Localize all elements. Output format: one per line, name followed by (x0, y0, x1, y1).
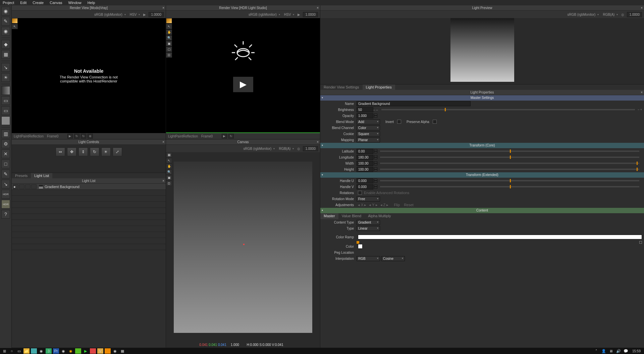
tool-help-icon[interactable]: ? (1, 210, 10, 219)
width-field[interactable]: 100.00 (357, 161, 373, 166)
tool-panel1-icon[interactable]: ▭ (1, 96, 10, 105)
app1-icon[interactable] (31, 348, 37, 354)
tool-bucket-icon[interactable]: ◆ (1, 40, 10, 49)
viewtool-crop-icon[interactable]: ⊡ (166, 52, 172, 58)
handlev-field[interactable]: 0.000 (357, 184, 373, 189)
colorramp-widget[interactable] (358, 235, 642, 239)
tool-close-icon[interactable]: ✕ (1, 150, 10, 158)
name-field[interactable]: Gradient Background (357, 101, 471, 106)
tool-picker-icon[interactable]: ↘ (1, 63, 10, 72)
frame-field[interactable]: 0 (211, 134, 221, 138)
menu-edit[interactable]: Edit (20, 1, 26, 5)
type-dropdown[interactable]: Linear (357, 226, 380, 231)
tool-square-icon[interactable]: □ (1, 160, 10, 168)
ll-vis-icon[interactable]: ● (13, 184, 18, 189)
app3-icon[interactable]: Pr (53, 348, 59, 354)
latitude-field[interactable]: 0.00 (357, 149, 373, 154)
close-icon[interactable]: × (162, 139, 164, 145)
spin-down[interactable] (374, 116, 377, 118)
mode-dropdown[interactable]: HSV (284, 13, 294, 16)
tool-sphere-icon[interactable]: ◉ (1, 7, 10, 15)
tab-content-master[interactable]: Master (320, 213, 338, 219)
refresh2-icon[interactable]: ↻ (81, 134, 86, 138)
close-icon[interactable]: × (641, 5, 643, 11)
app7-icon[interactable]: ▶ (83, 348, 89, 354)
play-icon[interactable]: ▶ (298, 13, 300, 16)
tray-up-icon[interactable]: ˄ (593, 348, 599, 354)
interp1-dropdown[interactable]: RGB (357, 256, 380, 261)
tray-monitor-icon[interactable]: 🖥 (608, 348, 614, 354)
tool-gear-icon[interactable]: ⚙ (1, 139, 10, 148)
brightness-field[interactable]: 50 (357, 107, 373, 112)
colorspace-dropdown[interactable]: sRGB (rgbMonitor) (568, 13, 599, 16)
exposure-field[interactable]: 1.0000 (627, 12, 642, 17)
reflection-dropdown[interactable]: Reflection (183, 134, 198, 138)
tab-value-blend[interactable]: Value Blend (338, 213, 365, 219)
tool-checker-icon[interactable]: ▦ (1, 50, 10, 59)
menu-help[interactable]: Help (88, 1, 95, 5)
ctool-grid-icon[interactable]: ▦ (166, 152, 172, 158)
viewtool-100-icon[interactable]: ▢ (166, 47, 172, 52)
height-slider[interactable] (380, 169, 639, 170)
viewtool-icon[interactable] (166, 18, 172, 23)
section-master-settings[interactable]: Master Settings (320, 95, 644, 101)
lc-move1-icon[interactable]: ⇔ (56, 148, 65, 156)
lc-sun-icon[interactable]: ☀ (101, 148, 111, 156)
blendchannel-dropdown[interactable]: Color (357, 125, 380, 130)
app11-icon[interactable]: ◉ (112, 348, 118, 354)
preservealpha-checkbox[interactable] (433, 120, 437, 124)
app9-icon[interactable]: V (97, 348, 103, 354)
interp2-dropdown[interactable]: Cosine (381, 256, 405, 261)
lc-move2-icon[interactable]: ✥ (67, 148, 76, 156)
ll-cell[interactable] (19, 184, 24, 189)
tool-panel2-icon[interactable]: ▭ (1, 106, 10, 115)
expand-icon[interactable]: ⊕ (88, 134, 93, 138)
viewtool-fit-icon[interactable]: ▣ (166, 41, 172, 46)
reflection-dropdown[interactable]: Reflection (29, 134, 43, 138)
section-content[interactable]: Content (320, 208, 644, 213)
colorspace-dropdown[interactable]: sRGB (rgbMonitor) (249, 13, 280, 16)
app2-icon[interactable]: 3 (46, 348, 52, 354)
tool-hdr-button[interactable]: HDR (1, 190, 10, 198)
taskview-icon[interactable]: ▭ (16, 348, 22, 354)
exposure-field[interactable]: 1.0000 (303, 12, 318, 17)
tab-lightlist[interactable]: Light List (31, 173, 52, 178)
menu-project[interactable]: Project (3, 1, 14, 5)
tool-grid1-icon[interactable]: ▥ (1, 129, 10, 138)
lc-rotate-icon[interactable]: ↻ (90, 148, 99, 156)
channels-dropdown[interactable]: RGB(A) (603, 13, 618, 16)
tray-people-icon[interactable]: 👤 (601, 348, 607, 354)
channels-dropdown[interactable]: RGB(A) (279, 147, 294, 151)
tab-alpha-multiply[interactable]: Alpha Multiply (365, 213, 394, 219)
tool-gradient1-icon[interactable] (1, 86, 10, 95)
tool-arrow-icon[interactable]: ↘ (1, 180, 10, 188)
app4-icon[interactable]: ◉ (60, 348, 66, 354)
cookie-dropdown[interactable]: Square (357, 131, 380, 136)
target-icon[interactable]: ◎ (621, 13, 624, 16)
lc-expand-icon[interactable]: ⤢ (113, 148, 122, 156)
viewtool-icon[interactable] (12, 18, 18, 23)
start-icon[interactable]: ⊞ (1, 348, 7, 354)
app10-icon[interactable] (105, 348, 111, 354)
tab-light-properties[interactable]: Light Properties (363, 84, 395, 90)
target-icon[interactable]: ◎ (297, 147, 300, 151)
explorer-icon[interactable]: 📁 (23, 348, 30, 354)
close-icon[interactable]: × (641, 90, 643, 95)
cortana-icon[interactable]: ○ (9, 348, 15, 354)
handlev-slider[interactable] (380, 186, 639, 187)
tray-action-icon[interactable]: 💬 (623, 348, 629, 354)
handleu-slider[interactable] (380, 180, 639, 181)
color-swatch[interactable] (358, 244, 363, 249)
invert-checkbox[interactable] (397, 120, 401, 124)
exposure-field[interactable]: 1.0000 (303, 146, 318, 151)
height-field[interactable]: 100.00 (357, 167, 373, 172)
latitude-slider[interactable] (380, 151, 639, 152)
menu-window[interactable]: Window (68, 1, 82, 5)
close-icon[interactable]: × (162, 178, 164, 184)
handleu-field[interactable]: 0.000 (357, 178, 373, 183)
play-button[interactable]: ▶ (233, 77, 253, 92)
close-icon[interactable]: × (317, 5, 319, 11)
contenttype-dropdown[interactable]: Gradient (357, 220, 380, 225)
lc-move3-icon[interactable]: ⇕ (78, 148, 88, 156)
ll-cell[interactable] (31, 184, 37, 189)
